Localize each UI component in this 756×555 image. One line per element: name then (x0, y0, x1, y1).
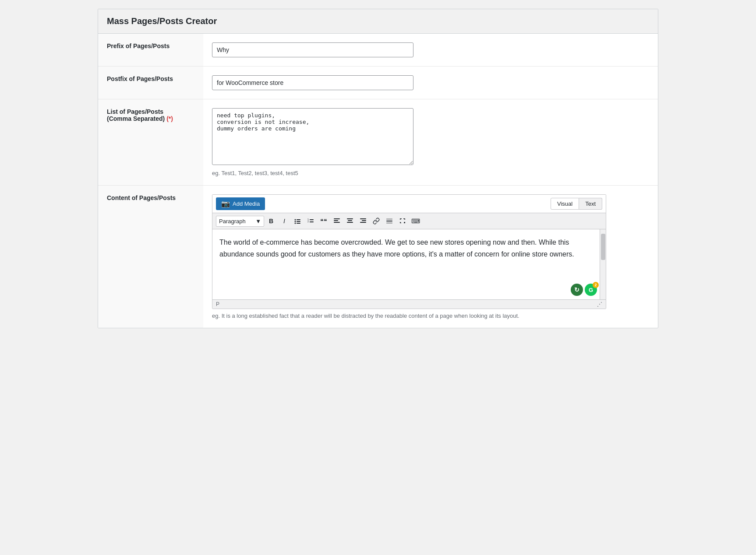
svg-text:2.: 2. (307, 220, 309, 223)
svg-rect-19 (360, 222, 366, 223)
svg-rect-5 (297, 223, 300, 224)
postfix-label: Postfix of Pages/Posts (107, 75, 173, 82)
svg-rect-20 (386, 221, 392, 221)
editor-footer: P ⋰ (212, 299, 606, 309)
grammarly-badge-count: 2 (593, 282, 599, 288)
list-label: List of Pages/Posts (Comma Separated) (*… (107, 108, 194, 122)
svg-rect-11 (334, 220, 338, 221)
svg-rect-14 (347, 218, 353, 219)
svg-rect-7 (310, 219, 314, 220)
horizontal-rule-button[interactable] (383, 215, 396, 227)
svg-rect-17 (360, 218, 366, 219)
editor-toolbar: Paragraph ▼ B I 1.2. ❝❝ (212, 213, 606, 229)
align-right-button[interactable] (357, 215, 369, 227)
list-hint: eg. Test1, Test2, test3, test4, test5 (212, 170, 649, 176)
tab-text[interactable]: Text (579, 198, 602, 210)
blockquote-button[interactable]: ❝❝ (318, 215, 330, 227)
svg-point-0 (295, 219, 296, 221)
ordered-list-button[interactable]: 1.2. (304, 215, 317, 227)
italic-button[interactable]: I (278, 215, 290, 227)
add-media-button[interactable]: 📷 Add Media (216, 197, 265, 210)
prefix-input[interactable] (212, 42, 413, 57)
svg-point-4 (295, 223, 296, 224)
align-left-button[interactable] (331, 215, 343, 227)
editor-container: 📷 Add Media Visual Text Paragraph ▼ (212, 194, 606, 309)
align-center-button[interactable] (344, 215, 356, 227)
view-tabs: Visual Text (551, 198, 602, 210)
grammarly-icon[interactable]: G 2 (585, 284, 597, 296)
svg-rect-12 (334, 222, 340, 223)
svg-rect-10 (334, 218, 340, 219)
unordered-list-button[interactable] (291, 215, 304, 227)
postfix-input[interactable] (212, 75, 413, 90)
format-select[interactable]: Paragraph ▼ (216, 216, 264, 227)
fullscreen-button[interactable] (396, 215, 409, 227)
svg-rect-18 (362, 220, 366, 221)
required-marker: (*) (166, 115, 173, 122)
green-badge-icon[interactable]: ↻ (571, 284, 583, 296)
panel-title: Mass Pages/Posts Creator (107, 16, 649, 26)
content-hint: eg. It is a long established fact that a… (212, 313, 606, 319)
link-button[interactable] (370, 215, 382, 227)
media-icon: 📷 (221, 200, 230, 208)
svg-rect-21 (386, 219, 392, 219)
resize-handle[interactable]: ⋰ (597, 301, 602, 307)
svg-rect-3 (297, 221, 300, 222)
editor-content-area: The world of e-commerce has become overc… (212, 229, 606, 299)
svg-rect-1 (297, 219, 300, 220)
bold-button[interactable]: B (265, 215, 277, 227)
list-textarea[interactable]: need top plugins, conversion is not incr… (212, 108, 413, 165)
svg-point-2 (295, 221, 296, 222)
content-label: Content of Pages/Posts (107, 194, 176, 201)
editor-body[interactable]: The world of e-commerce has become overc… (212, 229, 600, 299)
svg-rect-15 (348, 220, 352, 221)
editor-tag: P (216, 301, 219, 307)
scrollbar-thumb (601, 234, 605, 260)
prefix-label: Prefix of Pages/Posts (107, 42, 170, 49)
svg-rect-22 (386, 223, 392, 223)
chevron-down-icon: ▼ (255, 218, 261, 225)
editor-badges: ↻ G 2 (571, 284, 597, 296)
keyboard-button[interactable]: ⌨ (410, 215, 422, 227)
svg-rect-9 (310, 221, 314, 222)
editor-scrollbar[interactable] (600, 229, 606, 299)
editor-topbar: 📷 Add Media Visual Text (212, 195, 606, 213)
tab-visual[interactable]: Visual (551, 198, 579, 210)
svg-rect-16 (347, 222, 353, 223)
